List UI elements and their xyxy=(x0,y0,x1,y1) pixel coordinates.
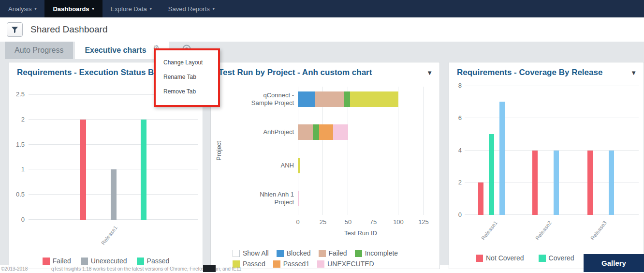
x-axis-tick-label: 125 xyxy=(416,218,431,226)
bar-segment-passed[interactable] xyxy=(350,91,398,107)
bar-segment-blocked[interactable] xyxy=(298,91,315,107)
y-axis-category-label: Nhien Anh 1 Project xyxy=(241,191,294,206)
bar-segment-failed[interactable] xyxy=(298,124,313,140)
bar-segment-incomplete[interactable] xyxy=(344,91,350,107)
tab-auto-progress[interactable]: Auto Progress xyxy=(5,42,73,59)
bar-segment-passed1[interactable] xyxy=(319,124,333,140)
legend-item-passed1[interactable]: Passed1 xyxy=(273,260,309,268)
legend-item-unexecuted[interactable]: UNEXECUTED xyxy=(317,260,374,268)
bar-not-covered[interactable] xyxy=(587,151,593,215)
plot-area xyxy=(29,94,198,220)
legend-swatch xyxy=(233,250,240,257)
y-axis-category-label: qConnect - Sample Project xyxy=(241,91,294,107)
plot-area xyxy=(465,86,639,215)
y-axis-tick-label: 8 xyxy=(449,82,462,89)
nav-item-label: Analysis xyxy=(8,5,31,13)
gridline xyxy=(29,119,198,120)
nav-item-label: Saved Reports xyxy=(168,5,210,13)
legend-swatch xyxy=(476,255,483,262)
bar-series3[interactable] xyxy=(609,151,614,215)
bar-not-covered[interactable] xyxy=(532,151,538,215)
bar-segment-unexecuted[interactable] xyxy=(298,191,299,206)
y-axis-tick-label: 6 xyxy=(449,114,462,121)
bar-not-covered[interactable] xyxy=(478,182,483,215)
chart-title-test-run-by-project: Test Run by Project - Anh custom chart xyxy=(219,67,423,78)
widget-header: Test Run by Project - Anh custom chart ▼ xyxy=(211,62,439,78)
test-run-by-project-chart: 0255075100125qConnect - Sample ProjectAn… xyxy=(211,86,439,269)
bar-segment-unexecuted[interactable] xyxy=(333,124,348,140)
menu-item-rename-tab[interactable]: Rename Tab xyxy=(156,70,218,84)
y-axis-tick-label: 0.5 xyxy=(9,191,25,198)
nav-item-label: Explore Data xyxy=(111,5,147,13)
legend-item-blocked[interactable]: Blocked xyxy=(277,249,311,257)
legend-swatch xyxy=(355,250,362,257)
nav-item-analysis[interactable]: Analysis▾ xyxy=(0,0,44,17)
bar-passed[interactable] xyxy=(141,120,146,220)
bar-series3[interactable] xyxy=(554,151,559,215)
gridline xyxy=(465,86,639,86)
legend-label: Failed xyxy=(53,257,71,265)
plot-area xyxy=(298,87,424,215)
x-axis-category-label: Release1 xyxy=(480,220,498,241)
legend-item-not-covered[interactable]: Not Covered xyxy=(476,254,524,262)
nav-item-label: Dashboards xyxy=(53,5,89,13)
caret-down-icon[interactable]: ▼ xyxy=(426,69,433,76)
bar-covered[interactable] xyxy=(489,134,494,215)
filter-button[interactable] xyxy=(7,22,23,37)
chevron-down-icon: ▾ xyxy=(150,7,152,11)
gallery-button[interactable]: Gallery xyxy=(584,254,644,272)
legend-label: Show All xyxy=(243,249,269,257)
menu-item-change-layout[interactable]: Change Layout xyxy=(156,55,218,70)
legend-item-incomplete[interactable]: Incomplete xyxy=(355,249,398,257)
legend: Not CoveredCovered xyxy=(476,254,574,262)
bar-unexecuted[interactable] xyxy=(111,169,117,220)
bar-series3[interactable] xyxy=(499,102,505,215)
bar-segment-incomplete[interactable] xyxy=(313,124,319,140)
y-axis-tick-label: 2.5 xyxy=(9,91,25,98)
bar-failed[interactable] xyxy=(80,120,86,220)
caret-down-icon[interactable]: ▼ xyxy=(630,69,637,76)
legend-item-failed[interactable]: Failed xyxy=(43,257,71,265)
bar-segment-failed[interactable] xyxy=(315,91,344,107)
nav-item-saved-reports[interactable]: Saved Reports▾ xyxy=(160,0,223,17)
legend-label: UNEXECUTED xyxy=(327,260,374,268)
y-axis-title: Project xyxy=(215,136,222,166)
y-axis-tick-label: 4 xyxy=(449,147,462,154)
x-axis-tick-label: 0 xyxy=(291,218,305,226)
x-axis-tick-label: 25 xyxy=(316,218,330,226)
legend-item-failed[interactable]: Failed xyxy=(319,249,347,257)
y-axis-tick-label: 2 xyxy=(9,116,25,123)
legend-item-show-all[interactable]: Show All xyxy=(233,249,269,257)
legend-label: Passed xyxy=(147,257,170,265)
legend-swatch xyxy=(273,260,280,268)
y-axis-tick-label: 0 xyxy=(449,211,462,218)
legend-label: Covered xyxy=(549,254,574,262)
legend-label: Failed xyxy=(329,249,347,257)
page-title: Shared Dashboard xyxy=(30,24,108,35)
legend-item-passed[interactable]: Passed xyxy=(137,257,170,265)
menu-item-remove-tab[interactable]: Remove Tab xyxy=(156,84,218,99)
dark-fragment xyxy=(203,265,216,272)
legend-swatch xyxy=(137,258,144,265)
legend-label: Passed xyxy=(243,260,265,268)
nav-item-explore-data[interactable]: Explore Data▾ xyxy=(102,0,160,17)
x-axis-tick-label: 100 xyxy=(391,218,406,226)
gridline xyxy=(29,144,198,145)
tab-label: Executive charts xyxy=(85,46,146,55)
x-axis-category-label: Release3 xyxy=(589,220,607,241)
top-nav: Analysis▾Dashboards▾Explore Data▾Saved R… xyxy=(0,0,644,17)
legend-item-covered[interactable]: Covered xyxy=(539,254,574,262)
bar-segment-passed[interactable] xyxy=(298,158,300,173)
nav-item-dashboards[interactable]: Dashboards▾ xyxy=(44,0,102,17)
x-axis-title: Test Run ID xyxy=(298,229,424,237)
app-root: Analysis▾Dashboards▾Explore Data▾Saved R… xyxy=(0,0,644,273)
legend: FailedUnexecutedPassed xyxy=(9,257,203,265)
tab-label: Auto Progress xyxy=(15,46,63,55)
widget-test-run-by-project: Test Run by Project - Anh custom chart ▼… xyxy=(210,62,440,269)
legend-label: Incomplete xyxy=(365,249,398,257)
legend-label: Unexecuted xyxy=(91,257,127,265)
gridline xyxy=(465,118,639,118)
legend-item-unexecuted[interactable]: Unexecuted xyxy=(81,257,127,265)
funnel-icon xyxy=(11,26,18,33)
legend-swatch xyxy=(539,255,546,262)
